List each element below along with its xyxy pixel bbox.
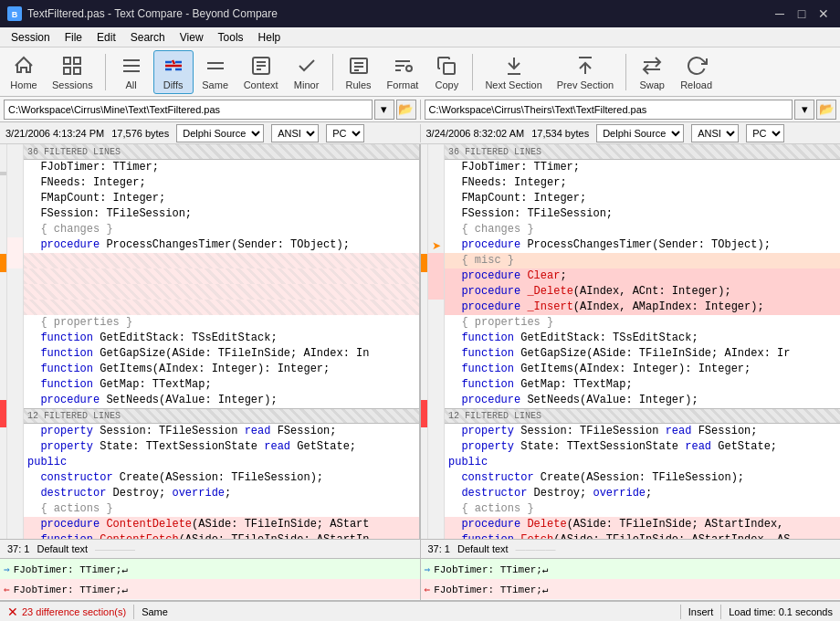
menu-session[interactable]: Session [4,29,58,46]
home-label: Home [10,80,37,90]
right-path-input[interactable] [425,100,793,120]
toolbar-sep-1 [105,54,106,90]
menu-file[interactable]: File [58,29,89,46]
next-section-button[interactable]: Next Section [478,50,548,94]
right-code-area[interactable]: 36 FILTERED LINES FJobTimer: TTimer; FNe… [445,144,840,539]
right-compare-line-1: ⇒ FJobTimer: TTimer;↵ [421,559,841,579]
right-line-13: function GetGapSize(ASide: TFileInSide; … [445,346,840,362]
menu-help[interactable]: Help [251,29,289,46]
menu-search[interactable]: Search [123,29,173,46]
right-marker-gutter: ➤ [428,144,445,539]
context-label: Context [244,80,278,90]
left-line-7: { properties } [24,315,419,331]
left-change-gutter [0,144,7,539]
left-line-14: property State: TTextSessionState read G… [24,439,419,455]
sessions-button[interactable]: Sessions [46,50,100,94]
same-label: Same [202,80,228,90]
same-button[interactable]: Same [195,50,236,94]
insert-status: Insert [688,606,714,617]
left-line-10: function GetItems(AIndex: Integer): Inte… [24,362,419,377]
copy-label: Copy [436,80,459,90]
copy-icon [434,53,459,79]
prev-section-button[interactable]: Prev Section [551,50,620,94]
all-button[interactable]: All [111,50,152,94]
menu-tools[interactable]: Tools [211,29,251,46]
menu-view[interactable]: View [173,29,211,46]
left-line-11: function GetMap: TTextMap; [24,377,419,393]
rules-button[interactable]: Rules [339,50,379,94]
prev-section-label: Prev Section [557,80,614,90]
minimize-button[interactable]: ─ [771,5,789,23]
svg-rect-2 [64,58,70,64]
left-path-open-button[interactable]: 📂 [396,100,416,120]
right-file-size: 17,534 bytes [531,128,589,139]
prev-section-icon [572,53,598,79]
right-file-date: 3/24/2006 8:32:02 AM [426,128,525,139]
swap-button[interactable]: Swap [632,50,672,94]
right-path-open-button[interactable]: 📂 [816,100,836,120]
right-filtered-2: 12 FILTERED LINES [445,408,840,424]
format-label: Format [387,80,419,90]
right-line-8: procedure Clear; [445,268,840,284]
left-line-18: { actions } [24,501,419,517]
menu-edit[interactable]: Edit [89,29,123,46]
svg-rect-5 [74,68,80,74]
title-bar: B TextFiltered.pas - Text Compare - Beyo… [0,0,840,27]
left-line-20: function ContentFetch(ASide: TFileInSide… [24,532,419,539]
right-line-19: public [445,455,840,470]
same-icon [203,53,228,79]
status-divider-1 [133,605,134,619]
right-compare-line-2: ⇐ FJobTimer: TTimer;↵ [421,579,841,599]
copy-button[interactable]: Copy [426,50,467,94]
status-divider-3 [720,605,721,619]
home-button[interactable]: Home [4,50,44,94]
diff-count-status: ✕ 23 difference section(s) [7,605,126,619]
minor-button[interactable]: Minor [287,50,327,94]
sessions-icon [59,53,85,79]
status-divider-2 [680,605,681,619]
right-path-browse-button[interactable]: ▾ [794,100,814,120]
swap-label: Swap [639,80,665,90]
format-button[interactable]: Format [381,50,425,94]
reload-icon [684,53,709,79]
right-line-5: { changes } [445,222,840,237]
all-label: All [126,80,137,90]
close-button[interactable]: ✕ [814,5,833,23]
left-filtered-2: 12 FILTERED LINES [24,408,419,424]
load-time-status: Load time: 0.1 seconds [729,606,833,617]
left-line-ending-select[interactable]: PC [326,124,364,142]
right-line-22: { actions } [445,501,840,517]
left-code-area[interactable]: 36 FILTERED LINES FJobTimer: TTimer; FNe… [24,144,419,539]
left-path-input[interactable] [4,100,373,120]
right-line-16: procedure SetNeeds(AValue: Integer); [445,393,840,408]
right-language-select[interactable]: Delphi Source [596,124,684,142]
context-button[interactable]: Context [237,50,285,94]
right-line-ending-select[interactable]: PC [746,124,784,142]
left-default-text: Default text [37,543,88,554]
right-line-2: FNeeds: Integer; [445,175,840,191]
right-line-24: function Fetch(ASide: TFileInSide; AStar… [445,532,840,539]
right-line-1: FJobTimer: TTimer; [445,160,840,175]
left-line-12: procedure SetNeeds(AValue: Integer); [24,393,419,408]
right-line-10: procedure _Insert(AIndex, AMapIndex: Int… [445,300,840,315]
left-file-size: 17,576 bytes [111,128,169,139]
diffs-icon [161,53,186,79]
diffs-button[interactable]: Diffs [153,50,194,94]
reload-button[interactable]: Reload [674,50,719,94]
toolbar-sep-2 [332,54,333,90]
toolbar-sep-4 [625,54,626,90]
maximize-button[interactable]: □ [793,5,811,23]
left-compare-line-2: ⇐ FJobTimer: TTimer;↵ [0,579,420,599]
right-line-23: procedure Delete(ASide: TFileInSide; ASt… [445,517,840,532]
left-language-select[interactable]: Delphi Source [176,124,264,142]
same-status: Same [142,606,168,617]
left-line-1: FJobTimer: TTimer; [24,160,419,175]
right-line-7: { misc } [445,253,840,268]
swap-icon [639,53,665,79]
left-marker-gutter [7,144,24,539]
right-encoding-select[interactable]: ANSI [691,124,739,142]
left-encoding-select[interactable]: ANSI [271,124,319,142]
minor-icon [294,53,320,79]
left-gap-1 [24,253,419,268]
left-path-browse-button[interactable]: ▾ [374,100,394,120]
